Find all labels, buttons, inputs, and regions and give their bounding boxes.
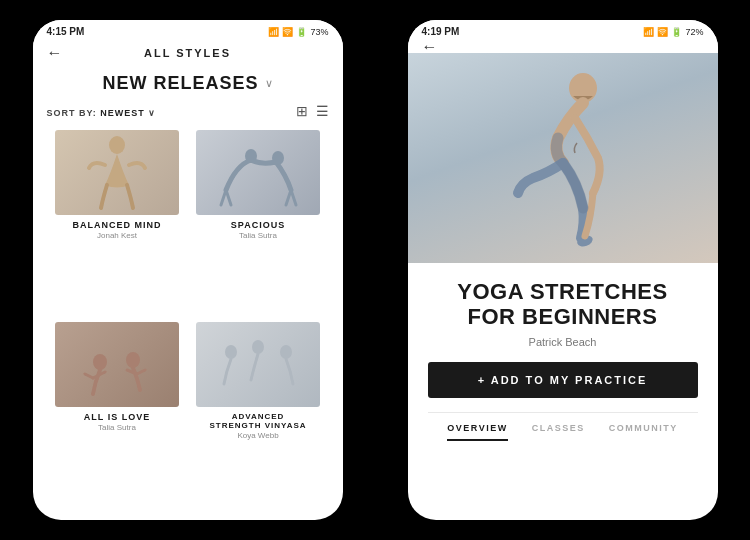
svg-point-4 — [126, 352, 140, 368]
thumb-advanced — [196, 322, 320, 407]
add-to-practice-button[interactable]: + ADD TO MY PRACTICE — [428, 362, 698, 398]
left-status-bar: 4:15 PM 📶 🛜 🔋 73% — [33, 20, 343, 41]
grid-title-3: ALL IS LOVE — [84, 412, 150, 422]
left-time: 4:15 PM — [47, 26, 85, 37]
svg-point-3 — [93, 354, 107, 370]
grid-view-icon[interactable]: ⊞ — [296, 103, 308, 119]
thumb-all-is-love — [55, 322, 179, 407]
section-heading: NEW RELEASES — [102, 73, 258, 94]
pose-figure-1 — [55, 130, 179, 215]
right-status-icons: 📶 🛜 🔋 72% — [643, 27, 703, 37]
tab-community[interactable]: COMMUNITY — [609, 423, 678, 441]
app-container: 4:15 PM 📶 🛜 🔋 73% ← ALL STYLES NEW RELEA… — [0, 0, 750, 540]
sort-value: NEWEST — [100, 108, 145, 118]
svg-point-2 — [272, 151, 284, 165]
section-dropdown-icon[interactable]: ∨ — [265, 77, 273, 90]
section-header: NEW RELEASES ∨ — [33, 65, 343, 98]
grid-subtitle-4: Koya Webb — [237, 431, 278, 440]
pose-figure-4 — [196, 322, 320, 407]
right-phone: 4:19 PM 📶 🛜 🔋 72% ← — [375, 0, 750, 540]
grid-item-4[interactable]: ADVANCED STRENGTH VINYASA Koya Webb — [188, 318, 329, 518]
class-author: Patrick Beach — [428, 336, 698, 348]
thumb-spacious — [196, 130, 320, 215]
right-nav-bar: ← — [408, 41, 718, 53]
grid-subtitle-2: Talia Sutra — [239, 231, 277, 240]
svg-point-7 — [280, 345, 292, 359]
grid-title-1: BALANCED MIND — [73, 220, 162, 230]
classes-grid: BALANCED MIND Jonah Kest — [33, 124, 343, 520]
right-phone-screen: 4:19 PM 📶 🛜 🔋 72% ← — [408, 20, 718, 520]
list-view-icon[interactable]: ☰ — [316, 103, 329, 119]
grid-subtitle-3: Talia Sutra — [98, 423, 136, 432]
sort-bar: SORT BY: NEWEST ∨ ⊞ ☰ — [33, 98, 343, 124]
sort-by-label: SORT BY: NEWEST ∨ — [47, 108, 157, 118]
left-page-title: ALL STYLES — [144, 47, 231, 59]
right-wifi-icon: 🛜 — [657, 27, 668, 37]
right-signal-icon: 📶 — [643, 27, 654, 37]
wifi-icon: 🛜 — [282, 27, 293, 37]
left-back-button[interactable]: ← — [47, 44, 63, 62]
svg-point-0 — [109, 136, 125, 154]
battery-pct: 73% — [310, 27, 328, 37]
detail-tabs: OVERVIEW CLASSES COMMUNITY — [428, 412, 698, 441]
pose-figure-3 — [55, 322, 179, 407]
class-title: YOGA STRETCHES FOR BEGINNERS — [428, 279, 698, 330]
svg-point-6 — [252, 340, 264, 354]
signal-icon: 📶 — [268, 27, 279, 37]
grid-subtitle-1: Jonah Kest — [97, 231, 137, 240]
grid-title-2: SPACIOUS — [231, 220, 285, 230]
right-time: 4:19 PM — [422, 26, 460, 37]
hero-yoga-figure — [503, 63, 623, 263]
battery-icon: 🔋 — [296, 27, 307, 37]
left-nav-bar: ← ALL STYLES — [33, 41, 343, 65]
detail-content: YOGA STRETCHES FOR BEGINNERS Patrick Bea… — [408, 263, 718, 520]
grid-item-3[interactable]: ALL IS LOVE Talia Sutra — [47, 318, 188, 518]
hero-image — [408, 53, 718, 263]
right-battery-pct: 72% — [685, 27, 703, 37]
left-status-icons: 📶 🛜 🔋 73% — [268, 27, 328, 37]
svg-point-5 — [225, 345, 237, 359]
right-status-bar: 4:19 PM 📶 🛜 🔋 72% — [408, 20, 718, 41]
svg-point-1 — [245, 149, 257, 163]
sort-label-group[interactable]: SORT BY: NEWEST ∨ — [47, 102, 157, 120]
left-phone-screen: 4:15 PM 📶 🛜 🔋 73% ← ALL STYLES NEW RELEA… — [33, 20, 343, 520]
grid-item-2[interactable]: SPACIOUS Talia Sutra — [188, 126, 329, 318]
thumb-balanced-mind — [55, 130, 179, 215]
right-battery-icon: 🔋 — [671, 27, 682, 37]
tab-overview[interactable]: OVERVIEW — [447, 423, 507, 441]
tab-classes[interactable]: CLASSES — [532, 423, 585, 441]
view-toggle: ⊞ ☰ — [296, 103, 329, 119]
grid-item-1[interactable]: BALANCED MIND Jonah Kest — [47, 126, 188, 318]
pose-figure-2 — [196, 130, 320, 215]
left-phone: 4:15 PM 📶 🛜 🔋 73% ← ALL STYLES NEW RELEA… — [0, 0, 375, 540]
grid-title-4: ADVANCED STRENGTH VINYASA — [209, 412, 306, 430]
